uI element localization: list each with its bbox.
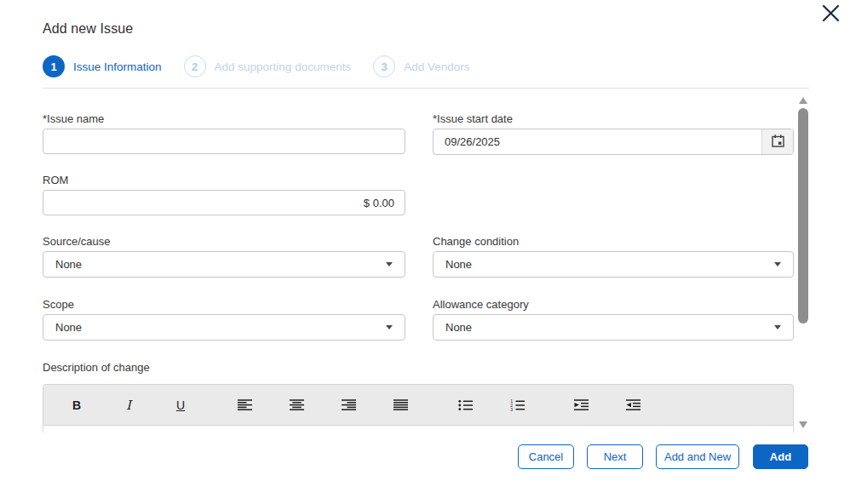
chevron-down-icon bbox=[774, 325, 781, 329]
step-issue-information[interactable]: 1 Issue Information bbox=[43, 55, 162, 77]
indent-decrease-icon bbox=[626, 399, 641, 411]
rom-label: ROM bbox=[43, 174, 68, 186]
numbered-list-icon: 123 bbox=[510, 399, 526, 411]
issue-start-date-field[interactable]: 09/26/2025 bbox=[433, 129, 794, 155]
step-2-circle: 2 bbox=[184, 55, 206, 77]
step-add-vendors[interactable]: 3 Add Vendors bbox=[373, 55, 469, 77]
bullet-list-button[interactable] bbox=[453, 392, 479, 418]
scroll-up-arrow-icon[interactable] bbox=[799, 97, 807, 104]
change-condition-label: Change condition bbox=[433, 235, 519, 248]
allowance-category-value: None bbox=[445, 321, 472, 334]
rom-input[interactable] bbox=[43, 190, 405, 215]
align-justify-icon bbox=[393, 399, 409, 411]
allowance-category-label: Allowance category bbox=[433, 298, 529, 311]
rich-text-toolbar: B I U bbox=[43, 384, 794, 426]
align-justify-button[interactable] bbox=[388, 392, 414, 418]
scope-value: None bbox=[55, 321, 82, 334]
align-left-button[interactable] bbox=[233, 392, 258, 418]
chevron-down-icon bbox=[386, 325, 393, 329]
next-button[interactable]: Next bbox=[587, 444, 643, 469]
underline-button[interactable]: U bbox=[168, 392, 193, 418]
add-new-issue-dialog: Add new Issue 1 Issue Information 2 Add … bbox=[0, 0, 850, 504]
chevron-down-icon bbox=[774, 262, 781, 266]
chevron-down-icon bbox=[386, 262, 393, 266]
cancel-button[interactable]: Cancel bbox=[518, 444, 574, 469]
align-center-icon bbox=[290, 399, 305, 411]
calendar-icon bbox=[771, 134, 785, 151]
change-condition-value: None bbox=[445, 258, 472, 271]
step-1-label: Issue Information bbox=[73, 60, 162, 73]
page-title: Add new Issue bbox=[43, 21, 133, 37]
issue-start-date-label: *Issue start date bbox=[433, 112, 513, 125]
issue-name-input[interactable] bbox=[43, 129, 405, 154]
source-cause-value: None bbox=[55, 258, 82, 271]
step-2-label: Add supporting documents bbox=[215, 60, 352, 73]
add-and-new-button[interactable]: Add and New bbox=[656, 444, 739, 469]
step-3-label: Add Vendors bbox=[404, 60, 469, 73]
indent-decrease-button[interactable] bbox=[621, 392, 646, 418]
indent-increase-icon bbox=[574, 399, 589, 411]
bold-button[interactable]: B bbox=[64, 392, 89, 418]
scope-label: Scope bbox=[43, 298, 74, 311]
description-of-change-label: Description of change bbox=[43, 361, 150, 374]
allowance-category-select[interactable]: None bbox=[433, 314, 794, 341]
scope-select[interactable]: None bbox=[43, 314, 405, 341]
source-cause-label: Source/cause bbox=[43, 235, 111, 248]
svg-text:3: 3 bbox=[510, 407, 513, 411]
close-button[interactable] bbox=[818, 2, 843, 27]
change-condition-select[interactable]: None bbox=[433, 251, 794, 278]
numbered-list-button[interactable]: 123 bbox=[505, 392, 531, 418]
close-icon bbox=[822, 4, 840, 25]
bullet-list-icon bbox=[458, 399, 474, 411]
step-3-circle: 3 bbox=[373, 55, 395, 77]
indent-increase-button[interactable] bbox=[569, 392, 594, 418]
scroll-down-arrow-icon[interactable] bbox=[799, 421, 807, 428]
header-divider bbox=[43, 88, 809, 89]
step-1-circle: 1 bbox=[43, 55, 65, 77]
stepper: 1 Issue Information 2 Add supporting doc… bbox=[43, 55, 469, 77]
step-add-supporting-documents[interactable]: 2 Add supporting documents bbox=[184, 55, 352, 77]
date-picker-button[interactable] bbox=[761, 129, 793, 154]
align-left-icon bbox=[238, 399, 253, 411]
issue-start-date-value[interactable]: 09/26/2025 bbox=[434, 129, 761, 154]
align-right-icon bbox=[342, 399, 357, 411]
description-editor-area[interactable] bbox=[43, 426, 794, 432]
scrollbar-thumb[interactable] bbox=[798, 108, 808, 324]
issue-name-label: *Issue name bbox=[43, 112, 104, 125]
align-right-button[interactable] bbox=[336, 392, 362, 418]
align-center-button[interactable] bbox=[284, 392, 310, 418]
italic-button[interactable]: I bbox=[116, 392, 141, 418]
vertical-scrollbar[interactable] bbox=[797, 94, 809, 432]
source-cause-select[interactable]: None bbox=[43, 251, 405, 278]
add-button[interactable]: Add bbox=[753, 444, 808, 469]
